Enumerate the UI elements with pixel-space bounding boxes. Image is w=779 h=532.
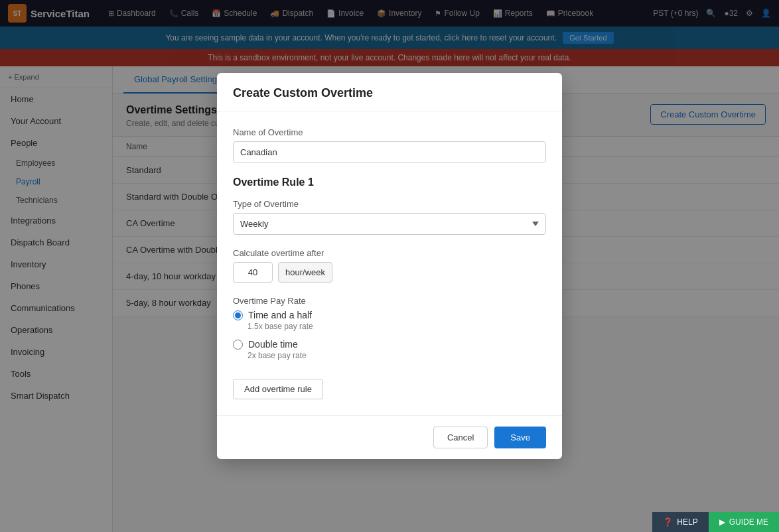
help-button[interactable]: ❓ HELP bbox=[652, 512, 708, 532]
add-overtime-rule-button[interactable]: Add overtime rule bbox=[233, 379, 323, 399]
pay-rate-form-group: Overtime Pay Rate Time and a half 1.5x b… bbox=[233, 296, 546, 360]
help-label: HELP bbox=[677, 517, 697, 527]
name-label: Name of Overtime bbox=[233, 127, 546, 137]
modal-header: Create Custom Overtime bbox=[217, 73, 562, 111]
modal-overlay: Create Custom Overtime Name of Overtime … bbox=[0, 0, 779, 532]
pay-rate-label: Overtime Pay Rate bbox=[233, 296, 546, 306]
radio-input-double[interactable] bbox=[233, 340, 243, 350]
guide-me-button[interactable]: ▶ GUIDE ME bbox=[709, 512, 779, 532]
create-custom-overtime-modal: Create Custom Overtime Name of Overtime … bbox=[217, 73, 562, 459]
guide-icon: ▶ bbox=[719, 517, 725, 527]
calc-label: Calculate overtime after bbox=[233, 248, 546, 258]
calc-inline-group: hour/week bbox=[233, 262, 546, 283]
modal-body: Name of Overtime Overtime Rule 1 Type of… bbox=[217, 111, 562, 415]
type-form-group: Type of Overtime Daily Weekly Consecutiv… bbox=[233, 199, 546, 235]
name-form-group: Name of Overtime bbox=[233, 127, 546, 163]
calc-form-group: Calculate overtime after hour/week bbox=[233, 248, 546, 283]
calc-value-input[interactable] bbox=[233, 262, 273, 283]
guide-label: GUIDE ME bbox=[729, 517, 768, 527]
radio-option-time-half: Time and a half 1.5x base pay rate bbox=[233, 310, 546, 331]
radio-sub-double: 2x base pay rate bbox=[248, 351, 546, 360]
radio-text-time-half: Time and a half bbox=[248, 310, 312, 320]
modal-title: Create Custom Overtime bbox=[233, 86, 546, 100]
bottom-bar: ❓ HELP ▶ GUIDE ME bbox=[652, 512, 779, 532]
type-label: Type of Overtime bbox=[233, 199, 546, 209]
radio-sub-time-half: 1.5x base pay rate bbox=[248, 322, 546, 331]
cancel-button[interactable]: Cancel bbox=[433, 427, 488, 448]
radio-label-time-half[interactable]: Time and a half bbox=[233, 310, 546, 320]
rule-section-title: Overtime Rule 1 bbox=[233, 176, 546, 188]
save-button[interactable]: Save bbox=[494, 427, 546, 448]
radio-text-double: Double time bbox=[248, 339, 298, 350]
help-icon: ❓ bbox=[663, 517, 673, 527]
modal-footer: Cancel Save bbox=[217, 415, 562, 459]
type-select[interactable]: Daily Weekly Consecutive Days bbox=[233, 213, 546, 235]
radio-input-time-half[interactable] bbox=[233, 310, 243, 320]
pay-rate-radio-group: Time and a half 1.5x base pay rate Doubl… bbox=[233, 310, 546, 360]
calc-unit-label: hour/week bbox=[278, 262, 332, 283]
radio-label-double[interactable]: Double time bbox=[233, 339, 546, 350]
radio-option-double: Double time 2x base pay rate bbox=[233, 339, 546, 360]
name-input[interactable] bbox=[233, 141, 546, 163]
